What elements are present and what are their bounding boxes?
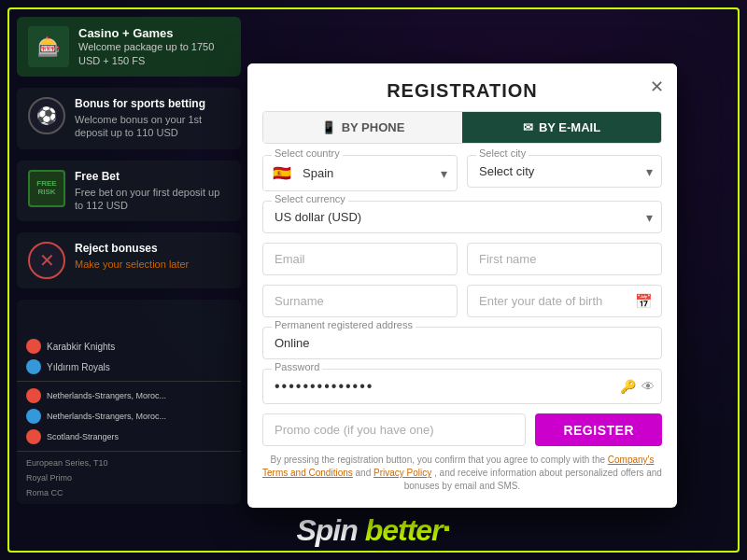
team-dot: [26, 409, 41, 424]
password-icons: 🔑 👁: [620, 379, 655, 394]
casino-subtitle: Welcome package up to 1750 USD + 150 FS: [78, 40, 230, 67]
registration-form: Select country 🇪🇸 Spain ▾ Select city Se…: [247, 155, 677, 446]
bonus-sports-text: Bonus for sports betting Welcome bonus o…: [75, 97, 230, 140]
city-select[interactable]: Select city: [467, 155, 662, 188]
phone-icon: 📱: [321, 120, 336, 134]
country-field: Select country 🇪🇸 Spain ▾: [262, 155, 458, 191]
list-item-label: Netherlands-Strangers, Moroc...: [47, 412, 166, 421]
bonus-sports-title: Bonus for sports betting: [75, 97, 230, 110]
disclaimer-text: By pressing the registration button, you…: [262, 454, 662, 493]
country-select-wrap: 🇪🇸 Spain ▾: [262, 155, 458, 191]
privacy-link[interactable]: Privacy Policy: [374, 468, 431, 478]
country-city-row: Select country 🇪🇸 Spain ▾ Select city Se…: [262, 155, 662, 191]
city-select-wrap: Select city: [467, 155, 662, 188]
sports-icon: ⚽: [28, 97, 65, 134]
address-input[interactable]: [262, 327, 662, 359]
country-select[interactable]: Spain: [299, 158, 457, 189]
bonus-freebet-text: Free Bet Free bet on your first deposit …: [75, 170, 230, 213]
bonus-reject[interactable]: ✕ Reject bonuses Make your selection lat…: [17, 232, 241, 288]
currency-select-wrap: US dollar (USD): [262, 201, 662, 233]
reject-icon: ✕: [28, 242, 65, 279]
tab-phone-label: BY PHONE: [342, 120, 405, 134]
city-field: Select city Select city: [467, 155, 662, 191]
address-field-wrap: Permanent registered address: [262, 327, 662, 359]
address-label: Permanent registered address: [272, 319, 416, 330]
password-label: Password: [272, 361, 322, 372]
list-item-label: Karabkir Knights: [47, 342, 115, 352]
register-button[interactable]: REGISTER: [535, 413, 662, 446]
tab-email-label: BY E-MAIL: [539, 120, 600, 134]
modal-header: REGISTRATION ✕: [247, 63, 677, 111]
match-list: Karabkir Knights Yıldırım Royals Netherl…: [17, 300, 241, 504]
modal-title: REGISTRATION: [266, 80, 658, 102]
team-dot: [26, 339, 41, 354]
list-item: Netherlands-Strangers, Moroc...: [17, 385, 241, 406]
bonus-sports: ⚽ Bonus for sports betting Welcome bonus…: [17, 88, 241, 149]
country-flag: 🇪🇸: [263, 156, 299, 190]
close-button[interactable]: ✕: [650, 77, 664, 97]
email-field-wrap: [262, 243, 458, 275]
and-text: and: [356, 468, 372, 478]
email-tab-icon: ✉: [523, 120, 533, 134]
calendar-icon[interactable]: 📅: [635, 293, 653, 310]
email-firstname-row: [262, 243, 662, 275]
disclaimer-end: , and receive information about personal…: [404, 468, 662, 491]
password-input[interactable]: [262, 369, 662, 404]
firstname-field-wrap: [467, 243, 662, 275]
bonus-reject-title: Reject bonuses: [75, 242, 189, 255]
email-input[interactable]: [262, 243, 458, 275]
promo-field-wrap: [262, 413, 526, 446]
brand-bar: Spin better·: [0, 510, 747, 549]
bonus-freebet: FREERISK Free Bet Free bet on your first…: [17, 161, 241, 222]
currency-select[interactable]: US dollar (USD): [262, 201, 662, 233]
list-item: Karabkir Knights: [17, 336, 241, 357]
key-icon[interactable]: 🔑: [620, 379, 636, 394]
bonus-reject-text: Reject bonuses Make your selection later: [75, 242, 189, 271]
team-dot: [26, 388, 41, 403]
list-item: Yıldırım Royals: [17, 357, 241, 377]
list-item-label: Scotland-Strangers: [47, 432, 119, 441]
list-section: European Series, T10: [17, 455, 241, 470]
bonus-reject-desc: Make your selection later: [75, 258, 189, 271]
registration-modal: REGISTRATION ✕ 📱 BY PHONE ✉ BY E-MAIL Se…: [247, 63, 677, 508]
list-item: Scotland-Strangers: [17, 427, 241, 447]
surname-field-wrap: [262, 285, 458, 317]
casino-title: Casino + Games: [78, 26, 230, 40]
password-field-wrap: Password 🔑 👁: [262, 369, 662, 404]
brand-name: Spin better·: [296, 510, 450, 549]
team-dot: [26, 359, 41, 374]
promo-register-row: REGISTER: [262, 413, 662, 446]
casino-text: Casino + Games Welcome package up to 175…: [78, 26, 230, 67]
casino-banner: 🎰 Casino + Games Welcome package up to 1…: [17, 17, 241, 77]
dob-input[interactable]: [467, 285, 662, 317]
surname-dob-row: 📅: [262, 285, 662, 317]
promo-input[interactable]: [262, 413, 526, 446]
tab-email[interactable]: ✉ BY E-MAIL: [462, 112, 661, 143]
list-section: Roma CC: [17, 485, 241, 500]
country-label: Select country: [272, 147, 343, 159]
casino-icon: 🎰: [28, 26, 69, 67]
tab-phone[interactable]: 📱 BY PHONE: [263, 112, 462, 143]
list-item: Netherlands-Strangers, Moroc...: [17, 406, 241, 427]
eye-icon[interactable]: 👁: [641, 379, 655, 394]
bonus-sports-desc: Welcome bonus on your 1st deposit up to …: [75, 113, 230, 140]
list-item-label: Netherlands-Strangers, Moroc...: [47, 391, 166, 400]
list-item-label: Yıldırım Royals: [47, 362, 110, 372]
firstname-input[interactable]: [467, 243, 662, 275]
freebet-icon: FREERISK: [28, 170, 65, 207]
disclaimer-intro: By pressing the registration button, you…: [270, 455, 605, 465]
surname-input[interactable]: [262, 285, 458, 317]
city-label: Select city: [476, 147, 529, 159]
team-dot: [26, 429, 41, 444]
currency-label: Select currency: [272, 193, 348, 204]
list-section: Royal Primo: [17, 470, 241, 485]
bonus-freebet-title: Free Bet: [75, 170, 230, 183]
dob-field-wrap: 📅: [467, 285, 662, 317]
left-panel: 🎰 Casino + Games Welcome package up to 1…: [17, 17, 241, 504]
auth-tabs: 📱 BY PHONE ✉ BY E-MAIL: [262, 111, 662, 144]
currency-field: Select currency US dollar (USD): [262, 201, 662, 233]
bonus-freebet-desc: Free bet on your first deposit up to 112…: [75, 186, 230, 213]
